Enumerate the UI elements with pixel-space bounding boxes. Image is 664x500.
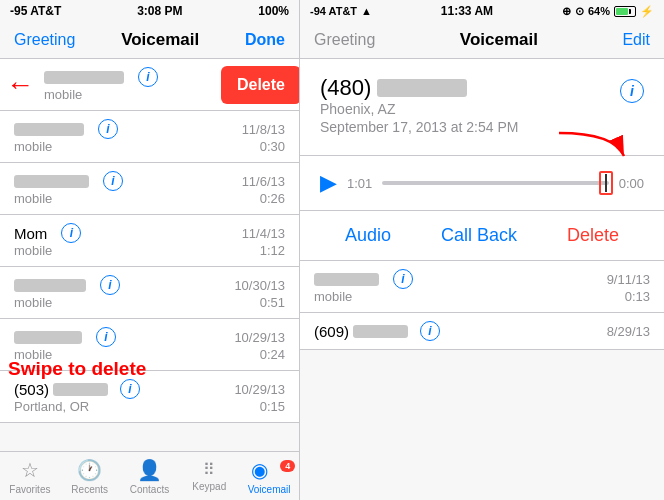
info-icon-1[interactable]: i xyxy=(138,67,158,87)
keypad-icon: ⠿ xyxy=(203,460,215,479)
tab-bar: ☆ Favorites 🕐 Recents 👤 Contacts ⠿ Keypa… xyxy=(0,451,299,500)
scrubber-highlight xyxy=(599,171,613,195)
caller-date: September 17, 2013 at 2:54 PM xyxy=(320,119,518,135)
time-remaining: 0:00 xyxy=(619,176,644,191)
caller-name-blurred-6 xyxy=(14,331,82,344)
caller-info-left: (480) Phoenix, AZ September 17, 2013 at … xyxy=(320,75,518,135)
voicemail-item-mom[interactable]: Mom i 11/4/13 mobile 1:12 xyxy=(0,215,299,267)
right-greeting-button[interactable]: Greeting xyxy=(314,31,375,49)
right-edit-button[interactable]: Edit xyxy=(622,31,650,49)
right-info-icon-2[interactable]: i xyxy=(420,321,440,341)
right-panel: -94 AT&T ▲ 11:33 AM ⊕ ⊙ 64% ⚡ Greeting V… xyxy=(300,0,664,500)
vm-type-5: mobile xyxy=(14,295,52,310)
playback-row: ▶ 1:01 0:00 xyxy=(300,156,664,211)
vm-date-5: 10/30/13 xyxy=(234,278,285,293)
vm-type-2: mobile xyxy=(14,139,52,154)
caller-name-blurred-5 xyxy=(14,279,86,292)
right-info-icon-1[interactable]: i xyxy=(393,269,413,289)
voicemail-item-1[interactable]: ← i 11/22/13 mobile 0:29 Delete xyxy=(0,59,299,111)
right-status-left: -94 AT&T ▲ xyxy=(310,5,372,17)
caller-name-blurred-2 xyxy=(14,123,84,136)
caller-name-blurred-1 xyxy=(44,71,124,84)
info-icon-2[interactable]: i xyxy=(98,119,118,139)
vm-duration-3: 0:26 xyxy=(260,191,285,206)
right-vm-type-1: mobile xyxy=(314,289,352,304)
vm-date-3: 11/6/13 xyxy=(242,174,285,189)
left-voicemail-list: ← i 11/22/13 mobile 0:29 Delete i xyxy=(0,59,299,451)
vm-date-mom: 11/4/13 xyxy=(242,226,285,241)
right-nav-bar: Greeting Voicemail Edit xyxy=(300,22,664,59)
vm-type-3: mobile xyxy=(14,191,52,206)
caller-location: Phoenix, AZ xyxy=(320,101,518,117)
tab-favorites[interactable]: ☆ Favorites xyxy=(0,458,60,495)
vm-duration-503: 0:15 xyxy=(260,399,285,414)
vm-duration-mom: 1:12 xyxy=(260,243,285,258)
callback-button[interactable]: Call Back xyxy=(441,225,517,246)
tab-keypad-label: Keypad xyxy=(192,481,226,492)
info-icon-503[interactable]: i xyxy=(120,379,140,399)
vm-duration-5: 0:51 xyxy=(260,295,285,310)
right-caller-blurred-2 xyxy=(353,325,408,338)
info-icon-6[interactable]: i xyxy=(96,327,116,347)
vm-location-503: Portland, OR xyxy=(14,399,89,414)
left-greeting-button[interactable]: Greeting xyxy=(14,31,75,49)
delete-button-1[interactable]: Delete xyxy=(221,66,299,104)
progress-bar[interactable] xyxy=(382,181,608,185)
tab-keypad[interactable]: ⠿ Keypad xyxy=(179,460,239,492)
right-alarm-icon: ⊕ xyxy=(562,5,571,18)
tab-voicemail-label: Voicemail xyxy=(248,484,291,495)
tab-contacts-label: Contacts xyxy=(130,484,169,495)
action-buttons-row: Audio Call Back Delete xyxy=(300,211,664,261)
vm-date-6: 10/29/13 xyxy=(234,330,285,345)
caller-number-503: (503) xyxy=(14,381,49,398)
right-voicemail-item-2[interactable]: (609) i 8/29/13 xyxy=(300,313,664,350)
info-icon-5[interactable]: i xyxy=(100,275,120,295)
right-caller-blurred-1 xyxy=(314,273,379,286)
vm-date-503: 10/29/13 xyxy=(234,382,285,397)
right-voicemail-item-1[interactable]: i 9/11/13 mobile 0:13 xyxy=(300,261,664,313)
vm-duration-2: 0:30 xyxy=(260,139,285,154)
vm-duration-6: 0:24 xyxy=(260,347,285,362)
caller-number-prefix: (480) xyxy=(320,75,371,101)
voicemail-item-3[interactable]: i 11/6/13 mobile 0:26 xyxy=(0,163,299,215)
info-icon-3[interactable]: i xyxy=(103,171,123,191)
left-nav-bar: Greeting Voicemail Done xyxy=(0,22,299,59)
left-done-button[interactable]: Done xyxy=(245,31,285,49)
right-charging-icon: ⚡ xyxy=(640,5,654,18)
right-vm-duration-1: 0:13 xyxy=(625,289,650,304)
caller-name-blurred-3 xyxy=(14,175,89,188)
voicemail-item-5[interactable]: i 10/30/13 mobile 0:51 xyxy=(0,267,299,319)
left-panel: -95 AT&T 3:08 PM 100% Greeting Voicemail… xyxy=(0,0,300,500)
caller-info-row: (480) Phoenix, AZ September 17, 2013 at … xyxy=(320,75,644,135)
left-status-bar: -95 AT&T 3:08 PM 100% xyxy=(0,0,299,22)
vm-date-2: 11/8/13 xyxy=(242,122,285,137)
info-icon-mom[interactable]: i xyxy=(61,223,81,243)
right-lock-icon: ⊙ xyxy=(575,5,584,18)
voicemail-badge: 4 xyxy=(280,460,295,472)
tab-favorites-label: Favorites xyxy=(9,484,50,495)
vm-type-1: mobile xyxy=(44,87,82,102)
play-button[interactable]: ▶ xyxy=(320,170,337,196)
right-status-right: ⊕ ⊙ 64% ⚡ xyxy=(562,5,654,18)
voicemail-detail: (480) Phoenix, AZ September 17, 2013 at … xyxy=(300,59,664,156)
right-wifi-icon: ▲ xyxy=(361,5,372,17)
contacts-icon: 👤 xyxy=(137,458,162,482)
voicemail-item-2[interactable]: i 11/8/13 mobile 0:30 xyxy=(0,111,299,163)
right-nav-title: Voicemail xyxy=(460,30,538,50)
detail-info-icon[interactable]: i xyxy=(620,79,644,103)
audio-button[interactable]: Audio xyxy=(345,225,391,246)
right-delete-button[interactable]: Delete xyxy=(567,225,619,246)
right-vm-date-2: 8/29/13 xyxy=(607,324,650,339)
right-status-bar: -94 AT&T ▲ 11:33 AM ⊕ ⊙ 64% ⚡ xyxy=(300,0,664,22)
voicemail-item-503[interactable]: (503) i 10/29/13 Portland, OR 0:15 xyxy=(0,371,299,423)
battery-tip xyxy=(629,9,631,14)
tab-contacts[interactable]: 👤 Contacts xyxy=(120,458,180,495)
right-battery-percent: 64% xyxy=(588,5,610,17)
left-battery: 100% xyxy=(258,4,289,18)
voicemail-item-6[interactable]: i 10/29/13 mobile 0:24 xyxy=(0,319,299,371)
caller-number-detail: (480) xyxy=(320,75,518,101)
left-time: 3:08 PM xyxy=(137,4,182,18)
tab-voicemail[interactable]: ◉ 4 Voicemail xyxy=(239,458,299,495)
tab-recents[interactable]: 🕐 Recents xyxy=(60,458,120,495)
right-carrier: -94 AT&T xyxy=(310,5,357,17)
